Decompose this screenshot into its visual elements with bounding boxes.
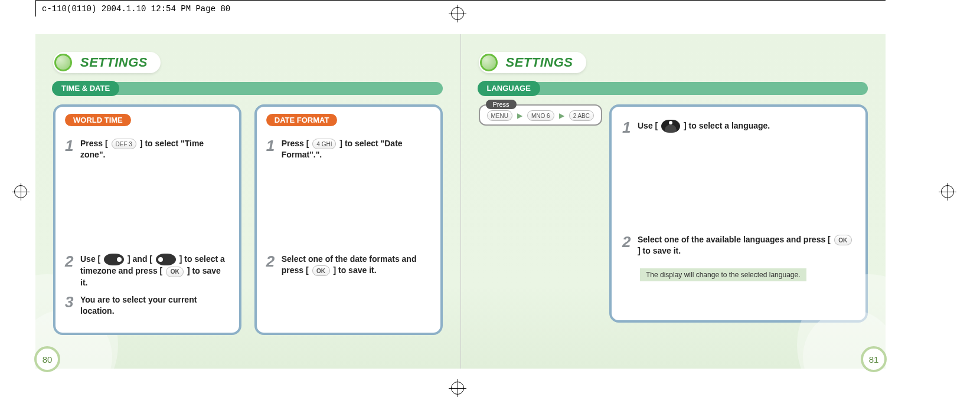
- ok-key-icon: OK: [312, 265, 330, 276]
- step-text: Press [: [80, 139, 108, 148]
- step-number-icon: 2: [266, 254, 282, 276]
- step-2: 2 Select one of the date formats and pre…: [266, 254, 431, 276]
- ok-key-icon: OK: [834, 235, 852, 245]
- step-number-icon: 2: [622, 234, 638, 257]
- title-dot-icon: [480, 54, 498, 71]
- page-title: SETTINGS: [506, 55, 573, 70]
- step-number-icon: 1: [266, 138, 282, 160]
- info-note: The display will change to the selected …: [640, 268, 806, 281]
- ok-key-icon: OK: [166, 267, 184, 277]
- card-tab: WORLD TIME: [65, 114, 131, 126]
- key-3-icon: DEF 3: [112, 139, 136, 149]
- step-number-icon: 3: [65, 294, 80, 317]
- crop-header: c-110(0110) 2004.1.10 12:54 PM Page 80: [35, 0, 236, 17]
- step-1: 1 Press [ 4 GHI ] to select "Date Format…: [266, 138, 431, 160]
- nav-left-icon: [104, 254, 124, 265]
- registration-mark-icon: [449, 379, 466, 397]
- spread: SETTINGS TIME & DATE WORLD TIME 1 Press …: [35, 34, 886, 369]
- page-title-pill: SETTINGS: [479, 52, 586, 73]
- step-3: 3 You are to select your current locatio…: [65, 294, 230, 317]
- step-text: Press [: [282, 139, 309, 148]
- step-number-icon: 1: [65, 138, 80, 160]
- chevron-right-icon: ▶: [559, 111, 564, 120]
- step-text: Use [: [80, 254, 100, 264]
- step-number-icon: 2: [65, 254, 80, 288]
- press-sequence-box: Press MENU ▶ MNO 6 ▶ 2 ABC: [479, 104, 602, 126]
- registration-mark-icon: [12, 183, 30, 201]
- section-bar: TIME & DATE: [53, 82, 443, 95]
- chevron-right-icon: ▶: [517, 111, 522, 120]
- key-6-icon: MNO 6: [527, 110, 554, 121]
- registration-mark-icon: [939, 183, 956, 201]
- card-tab: DATE FORMAT: [266, 114, 338, 126]
- step-number-icon: 1: [622, 120, 638, 135]
- step-1: 1 Press [ DEF 3 ] to select "Time zone".: [65, 138, 230, 160]
- step-text: ] to save it.: [638, 246, 681, 255]
- title-dot-icon: [54, 54, 72, 71]
- step-2: 2 Select one of the available languages …: [622, 234, 855, 257]
- step-2: 2 Use [ ] and [ ] to select a timezone a…: [65, 254, 230, 288]
- page-number: 81: [861, 346, 887, 372]
- page-right: SETTINGS LANGUAGE Press MENU ▶ MNO 6 ▶ 2…: [460, 34, 886, 369]
- page-number: 80: [34, 346, 60, 372]
- step-text: You are to select your current location.: [80, 294, 230, 317]
- section-bar: LANGUAGE: [479, 82, 868, 95]
- step-text: Select one of the available languages an…: [638, 235, 831, 244]
- section-label: LANGUAGE: [478, 81, 540, 96]
- registration-mark-icon: [449, 5, 466, 22]
- step-text: ] to save it.: [333, 265, 376, 275]
- step-text: ] and [: [128, 254, 152, 264]
- nav-wheel-icon: [661, 120, 680, 133]
- page-title: SETTINGS: [80, 55, 148, 70]
- key-2-icon: 2 ABC: [569, 110, 594, 121]
- step-1: 1 Use [ ] to select a language.: [622, 120, 855, 135]
- section-label: TIME & DATE: [52, 81, 119, 96]
- page-title-pill: SETTINGS: [53, 52, 161, 73]
- step-text: Use [: [638, 121, 658, 130]
- card-date-format: DATE FORMAT 1 Press [ 4 GHI ] to select …: [254, 104, 443, 335]
- menu-key-icon: MENU: [487, 110, 512, 121]
- page-left: SETTINGS TIME & DATE WORLD TIME 1 Press …: [35, 34, 460, 369]
- nav-right-icon: [156, 254, 176, 265]
- card-world-time: WORLD TIME 1 Press [ DEF 3 ] to select "…: [53, 104, 241, 335]
- step-text: ] to select a language.: [684, 121, 770, 130]
- key-4-icon: 4 GHI: [312, 139, 336, 149]
- press-label: Press: [486, 100, 517, 109]
